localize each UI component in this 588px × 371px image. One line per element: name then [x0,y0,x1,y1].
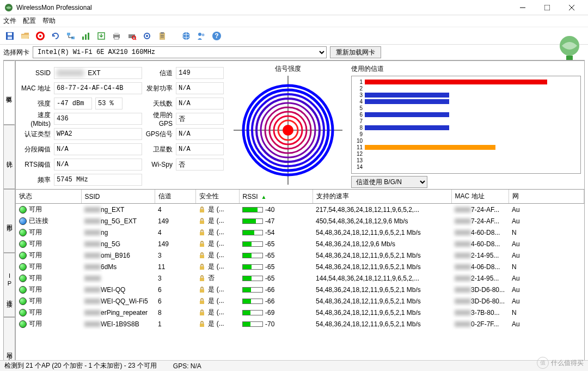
freq-label: 频率 [20,175,51,185]
strength-pct: 53 % [95,98,122,110]
channel-label: 信道 [142,69,173,78]
status-dot-icon [19,240,27,248]
network-icon[interactable] [64,29,77,42]
svg-rect-61 [200,324,204,327]
tab-summary[interactable]: 概要 [3,60,15,125]
strength-dbm: -47 dBm [54,98,92,110]
menu-help[interactable]: 帮助 [42,16,56,26]
channel-bar-row: 4 [352,98,580,105]
diagnose-icon[interactable] [125,29,138,42]
globe-icon [556,34,583,60]
wispy-label: Wi-Spy [142,161,173,168]
radar-icon [234,76,342,185]
speed-label: 速度(Mbits) [20,111,51,127]
table-row[interactable]: 可用 erPing_repeater 8 是 (... -69 54,48,36… [16,307,584,318]
save-icon[interactable] [3,29,16,42]
channel-bars: 1234567891011121314 [351,76,581,174]
status-dot-icon [19,320,27,328]
table-row[interactable]: 可用 6dMs 11 是 (... -65 54,48,36,24,18,12,… [16,261,584,272]
target-icon[interactable] [34,29,47,42]
clipboard-icon[interactable] [156,29,169,42]
channel-bar-row: 1 [352,78,580,85]
content: SSID EXT MAC 地址68-77-24-AF-C4-4B 强度-47 d… [15,60,585,371]
table-row[interactable]: 可用 WEI-1B9S8B 1 是 (... -70 54,48,36,24,1… [16,318,584,330]
svg-rect-59 [200,301,204,304]
antennas-value: N/A [176,98,224,110]
svg-point-10 [39,35,41,37]
channel-mode-select[interactable]: 信道使用 B/G/N [351,176,427,188]
export-icon[interactable] [95,29,108,42]
minimize-button[interactable] [510,0,535,15]
strength-label: 强度 [20,99,51,108]
channel-bar-row: 12 [352,150,580,157]
networks-table-container[interactable]: 状态 SSID 信道 安全性 RSSI 支持的速率 MAC 地址 网 可用 ng… [16,189,584,371]
svg-line-24 [135,39,136,40]
svg-rect-11 [67,33,70,35]
menu-file[interactable]: 文件 [3,16,16,26]
txpower-value: N/A [176,82,224,94]
table-row[interactable]: 已连接 ng_5G_EXT 149 是 (... -47 450,54,48,3… [16,215,584,227]
txpower-label: 发射功率 [142,84,173,93]
status-dot-icon [19,286,27,294]
open-icon[interactable] [19,29,32,42]
tab-stats[interactable]: 统计 [3,125,15,189]
signal-title: 信号强度 [231,64,345,74]
col-rates[interactable]: 支持的速率 [313,190,451,204]
status-dot-icon [19,206,27,214]
gpssig-value: N/A [176,128,224,140]
sat-value: N/A [176,143,224,155]
table-row[interactable]: 可用 omi_B916 3 是 (... -65 54,48,36,24,18,… [16,250,584,261]
table-row[interactable]: 可用 WEI-QQ 6 是 (... -66 54,48,36,24,18,12… [16,284,584,295]
col-band[interactable]: 网 [509,190,584,204]
status-dot-icon [19,297,27,305]
table-row[interactable]: 可用 3 否 -65 144,54,48,36,24,18,12,11,9,6,… [16,272,584,284]
col-rssi[interactable]: RSSI [239,190,313,204]
table-row[interactable]: 可用 WEI-QQ_Wi-Fi5 6 是 (... -66 54,48,36,2… [16,295,584,307]
gpssig-label: GPS信号 [142,130,173,139]
col-mac[interactable]: MAC 地址 [451,190,509,204]
chart-icon[interactable] [79,29,93,42]
menu-config[interactable]: 配置 [23,16,36,26]
menubar: 文件 配置 帮助 [0,15,588,27]
table-row[interactable]: 可用 ng_EXT 4 是 (... -40 217,54,48,36,24,1… [16,204,584,216]
tab-graph[interactable]: 图形 [3,189,15,253]
titlebar: WirelessMon Professional [0,0,588,15]
table-row[interactable]: 可用 ng 4 是 (... -54 54,48,36,24,18,12,11,… [16,227,584,238]
col-ssid[interactable]: SSID [81,190,155,204]
adapter-select[interactable]: Intel(R) Wi-Fi 6E AX210 160MHz [33,46,327,58]
svg-rect-55 [200,255,204,258]
table-row[interactable]: 可用 ng_5G 149 是 (... -65 54,48,36,24,18,1… [16,238,584,250]
watermark-text: 什么值得买 [551,358,584,368]
help-icon[interactable]: ? [210,29,223,42]
channel-bar-row: 8 [352,124,580,131]
svg-rect-51 [200,209,204,212]
svg-rect-28 [161,32,164,34]
channel-bar-row: 9 [352,131,580,137]
refresh-icon[interactable] [49,29,62,42]
svg-rect-56 [200,266,204,270]
col-channel[interactable]: 信道 [155,190,195,204]
tab-ipconn[interactable]: IP 连接 [3,253,15,317]
users-icon[interactable] [195,29,208,42]
close-button[interactable] [559,0,584,15]
print-icon[interactable] [110,29,123,42]
status-dot-icon [19,252,27,259]
status-dot-icon [19,275,27,282]
watermark-icon: 值 [537,357,549,369]
frag-value: N/A [54,143,142,155]
statusbar: 检测到 21 个AP (20 个加密 - 1 个未加密) - 23 个可用 GP… [0,360,588,371]
panel-signal: 信号强度 [228,61,348,189]
svg-rect-17 [88,33,89,40]
panel-channels: 使用的信道 1234567891011121314 信道使用 B/G/N [348,61,584,189]
svg-rect-54 [200,244,204,247]
maximize-button[interactable] [535,0,559,15]
svg-rect-58 [200,289,204,293]
window-title: WirelessMon Professional [16,4,510,11]
reload-adapter-button[interactable]: 重新加载网卡 [330,46,381,58]
globe-small-icon[interactable] [180,29,193,42]
col-security[interactable]: 安全性 [195,190,239,204]
svg-rect-53 [200,232,204,235]
channel-bar-row: 10 [352,137,580,144]
panel-info: SSID EXT MAC 地址68-77-24-AF-C4-4B 强度-47 d… [16,61,228,189]
gear-icon[interactable] [140,29,154,42]
